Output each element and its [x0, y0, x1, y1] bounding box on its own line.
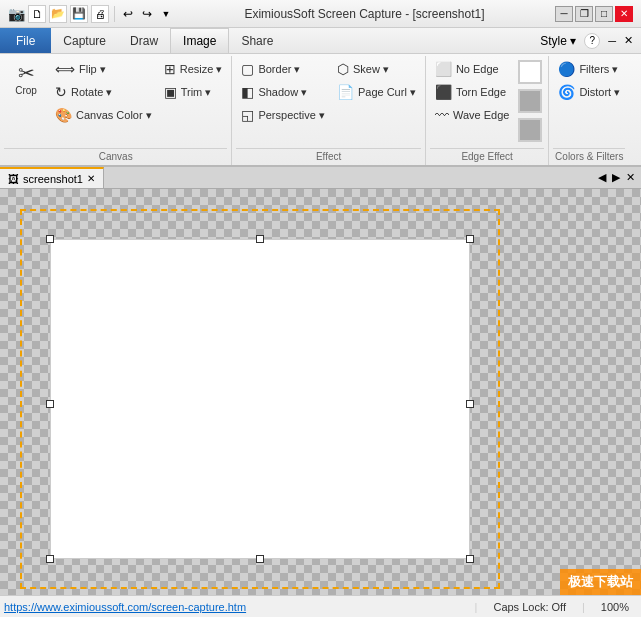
minimize-button[interactable]: ─: [555, 6, 573, 22]
trim-icon: ▣: [164, 84, 177, 100]
doc-tab-close-button[interactable]: ✕: [87, 173, 95, 184]
save-icon[interactable]: 💾: [70, 5, 88, 23]
app-window: 📷 🗋 📂 💾 🖨 ↩ ↪ ▼ EximiousSoft Screen Capt…: [0, 0, 641, 617]
titlebar-left: 📷 🗋 📂 💾 🖨 ↩ ↪ ▼: [8, 5, 174, 23]
effect-group-label: Effect: [236, 148, 421, 165]
close-button[interactable]: ✕: [615, 6, 633, 22]
colors-group-label: Colors & Filters: [553, 148, 625, 165]
doc-tab-navigation: ◀ ▶ ✕: [596, 167, 641, 188]
canvas-col2: ⊞ Resize ▾ ▣ Trim ▾: [159, 58, 228, 103]
menu-capture[interactable]: Capture: [51, 28, 118, 53]
tab-prev-button[interactable]: ◀: [596, 169, 608, 186]
edge-col1: ⬜ No Edge ⬛ Torn Edge 〰 Wave Edge: [430, 58, 514, 126]
statusbar-sep2: |: [582, 601, 585, 613]
colors-col1: 🔵 Filters ▾ 🌀 Distort ▾: [553, 58, 625, 103]
canvas-inner: [50, 239, 470, 559]
filters-button[interactable]: 🔵 Filters ▾: [553, 58, 625, 80]
new-icon[interactable]: 🗋: [28, 5, 46, 23]
wave-edge-icon: 〰: [435, 107, 449, 123]
ribbon-canvas-content: ✂ Crop ⟺ Flip ▾ ↻ Rotate ▾ 🎨 Canvas: [4, 58, 227, 146]
resize-button[interactable]: ⊞ Resize ▾: [159, 58, 228, 80]
resize-icon: ⊞: [164, 61, 176, 77]
canvas-group-label: Canvas: [4, 148, 227, 165]
dropdown-icon[interactable]: ▼: [158, 6, 174, 22]
doc-tab-bar: 🖼 screenshot1 ✕ ◀ ▶ ✕: [0, 167, 641, 189]
doc-tab-screenshot1[interactable]: 🖼 screenshot1 ✕: [0, 167, 104, 188]
perspective-label: Perspective ▾: [258, 109, 325, 122]
sep1: [114, 6, 115, 22]
border-button[interactable]: ▢ Border ▾: [236, 58, 330, 80]
crop-label: Crop: [15, 85, 37, 96]
watermark: 极速下载站: [560, 569, 641, 595]
undo-icon[interactable]: ↩: [120, 6, 136, 22]
edge-col2: [516, 58, 544, 144]
torn-edge-button[interactable]: ⬛ Torn Edge: [430, 81, 514, 103]
menu-file[interactable]: File: [0, 28, 51, 53]
help-button[interactable]: ?: [584, 33, 600, 49]
edge-preview3: [518, 118, 542, 142]
menubar: File Capture Draw Image Share Style ▾ ? …: [0, 28, 641, 54]
ribbon-group-colors: 🔵 Filters ▾ 🌀 Distort ▾ Colors & Filters: [549, 56, 629, 165]
maximize-button[interactable]: □: [595, 6, 613, 22]
skew-label: Skew ▾: [353, 63, 389, 76]
ribbon-group-canvas: ✂ Crop ⟺ Flip ▾ ↻ Rotate ▾ 🎨 Canvas: [0, 56, 232, 165]
handle-bottom-right[interactable]: [466, 555, 474, 563]
handle-top-right[interactable]: [466, 235, 474, 243]
edge-preview2: [518, 89, 542, 113]
tab-next-button[interactable]: ▶: [610, 169, 622, 186]
handle-bottom-left[interactable]: [46, 555, 54, 563]
filters-icon: 🔵: [558, 61, 575, 77]
menubar-right: Style ▾ ? ─ ✕: [540, 28, 641, 53]
edge-preview1: [518, 60, 542, 84]
content-area: 🖼 screenshot1 ✕ ◀ ▶ ✕: [0, 167, 641, 595]
crop-button[interactable]: ✂ Crop: [4, 58, 48, 99]
distort-button[interactable]: 🌀 Distort ▾: [553, 81, 625, 103]
perspective-button[interactable]: ◱ Perspective ▾: [236, 104, 330, 126]
handle-mid-left[interactable]: [46, 400, 54, 408]
titlebar: 📷 🗋 📂 💾 🖨 ↩ ↪ ▼ EximiousSoft Screen Capt…: [0, 0, 641, 28]
canvas-col1: ⟺ Flip ▾ ↻ Rotate ▾ 🎨 Canvas Color ▾: [50, 58, 157, 126]
close-ribbon-button[interactable]: ✕: [624, 34, 633, 47]
canvas-wrapper: [20, 209, 500, 589]
trim-button[interactable]: ▣ Trim ▾: [159, 81, 228, 103]
statusbar-link[interactable]: https://www.eximioussoft.com/screen-capt…: [4, 601, 467, 613]
crop-icon: ✂: [18, 63, 35, 83]
tab-close-all-button[interactable]: ✕: [624, 169, 637, 186]
menu-draw[interactable]: Draw: [118, 28, 170, 53]
rotate-button[interactable]: ↻ Rotate ▾: [50, 81, 157, 103]
app-icon: 📷: [8, 6, 24, 22]
shadow-button[interactable]: ◧ Shadow ▾: [236, 81, 330, 103]
torn-edge-label: Torn Edge: [456, 86, 506, 98]
distort-label: Distort ▾: [579, 86, 620, 99]
skew-button[interactable]: ⬡ Skew ▾: [332, 58, 421, 80]
statusbar: https://www.eximioussoft.com/screen-capt…: [0, 595, 641, 617]
trim-label: Trim ▾: [181, 86, 212, 99]
page-curl-button[interactable]: 📄 Page Curl ▾: [332, 81, 421, 103]
menu-share[interactable]: Share: [229, 28, 285, 53]
restore-button[interactable]: ❐: [575, 6, 593, 22]
canvas-area[interactable]: [0, 189, 641, 595]
flip-button[interactable]: ⟺ Flip ▾: [50, 58, 157, 80]
print-icon[interactable]: 🖨: [91, 5, 109, 23]
caps-lock-status: Caps Lock: Off: [485, 601, 574, 613]
menu-image[interactable]: Image: [170, 28, 229, 53]
handle-bottom-mid[interactable]: [256, 555, 264, 563]
page-curl-icon: 📄: [337, 84, 354, 100]
page-curl-label: Page Curl ▾: [358, 86, 416, 99]
wave-edge-button[interactable]: 〰 Wave Edge: [430, 104, 514, 126]
edge-group-label: Edge Effect: [430, 148, 544, 165]
style-button[interactable]: Style ▾: [540, 34, 576, 48]
no-edge-button[interactable]: ⬜ No Edge: [430, 58, 514, 80]
handle-top-left[interactable]: [46, 235, 54, 243]
no-edge-icon: ⬜: [435, 61, 452, 77]
resize-label: Resize ▾: [180, 63, 223, 76]
redo-icon[interactable]: ↪: [139, 6, 155, 22]
perspective-icon: ◱: [241, 107, 254, 123]
canvas-color-button[interactable]: 🎨 Canvas Color ▾: [50, 104, 157, 126]
ribbon-colors-content: 🔵 Filters ▾ 🌀 Distort ▾: [553, 58, 625, 146]
handle-top-mid[interactable]: [256, 235, 264, 243]
open-icon[interactable]: 📂: [49, 5, 67, 23]
handle-mid-right[interactable]: [466, 400, 474, 408]
min-ribbon-button[interactable]: ─: [608, 35, 616, 47]
window-title: EximiousSoft Screen Capture - [screensho…: [174, 7, 555, 21]
